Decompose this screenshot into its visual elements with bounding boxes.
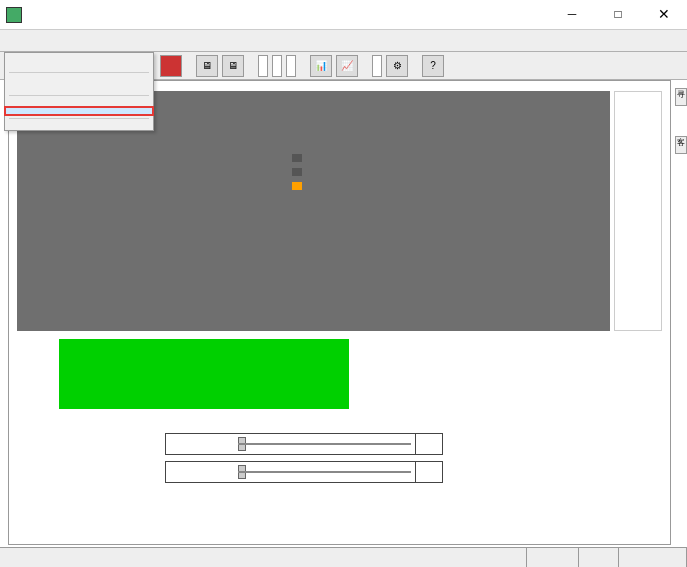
sidebtn-2[interactable]: 客 [675, 136, 687, 154]
toolbar-td200[interactable] [372, 55, 382, 77]
workspace [8, 80, 671, 545]
toolbar-btn-2[interactable]: 🖥 [222, 55, 244, 77]
toolbar-awl[interactable] [258, 55, 268, 77]
smb29-slider[interactable] [234, 462, 416, 482]
status-time [619, 548, 687, 567]
close-button[interactable]: ✕ [641, 0, 687, 30]
toolbar-db1[interactable] [286, 55, 296, 77]
toolbar-btn-5[interactable]: ⚙ [386, 55, 408, 77]
side-panel [614, 91, 662, 331]
menu-exit[interactable] [5, 122, 153, 130]
menu-paste-data[interactable] [5, 84, 153, 92]
statusbar [0, 547, 687, 567]
toolbar-kop[interactable] [272, 55, 282, 77]
menu-load-config[interactable] [5, 107, 153, 115]
toolbar-btn-3[interactable]: 📊 [310, 55, 332, 77]
menubar [0, 30, 687, 52]
side-buttons: 寻 客 [675, 88, 687, 184]
minimize-button[interactable]: ─ [549, 0, 595, 30]
menu-paste-block[interactable] [5, 76, 153, 84]
menu-load-program[interactable] [5, 61, 153, 69]
terminal-block [59, 339, 349, 409]
status-mode [527, 548, 579, 567]
toolbar-btn-4[interactable]: 📈 [336, 55, 358, 77]
maximize-button[interactable]: □ [595, 0, 641, 30]
titlebar: ─ □ ✕ [0, 0, 687, 30]
menu-save-config[interactable] [5, 99, 153, 107]
status-message [0, 548, 527, 567]
app-icon [6, 7, 22, 23]
status-value [579, 548, 619, 567]
toolbar-help-icon[interactable]: ? [422, 55, 444, 77]
toolbar-stop-icon[interactable] [160, 55, 182, 77]
program-dropdown [4, 52, 154, 131]
menu-delete-program[interactable] [5, 53, 153, 61]
smb28-row [165, 433, 443, 455]
status-leds [292, 151, 306, 193]
terminal-top-row [59, 339, 349, 369]
smb28-slider[interactable] [234, 434, 416, 454]
sidebtn-1[interactable]: 寻 [675, 88, 687, 106]
toolbar-btn-1[interactable]: 🖥 [196, 55, 218, 77]
smb29-row [165, 461, 443, 483]
